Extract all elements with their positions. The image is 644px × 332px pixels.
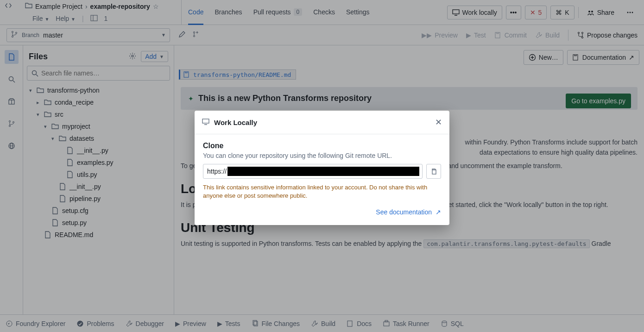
- see-documentation-link[interactable]: See documentation ↗: [376, 208, 441, 216]
- monitor-icon: [202, 118, 209, 127]
- work-locally-modal: Work Locally ✕ Clone You can clone your …: [195, 111, 449, 225]
- svg-rect-44: [202, 119, 209, 123]
- modal-overlay[interactable]: Work Locally ✕ Clone You can clone your …: [0, 0, 644, 332]
- svg-rect-46: [432, 170, 436, 174]
- modal-title: Work Locally: [214, 119, 257, 126]
- clone-heading: Clone: [203, 142, 441, 150]
- warning-text: This link contains sensitive information…: [203, 183, 441, 200]
- clone-url-input[interactable]: https://: [203, 164, 423, 179]
- copy-button[interactable]: [426, 164, 441, 179]
- redacted-url: [227, 167, 419, 176]
- close-icon[interactable]: ✕: [435, 117, 442, 127]
- clone-description: You can clone your repository using the …: [203, 152, 441, 159]
